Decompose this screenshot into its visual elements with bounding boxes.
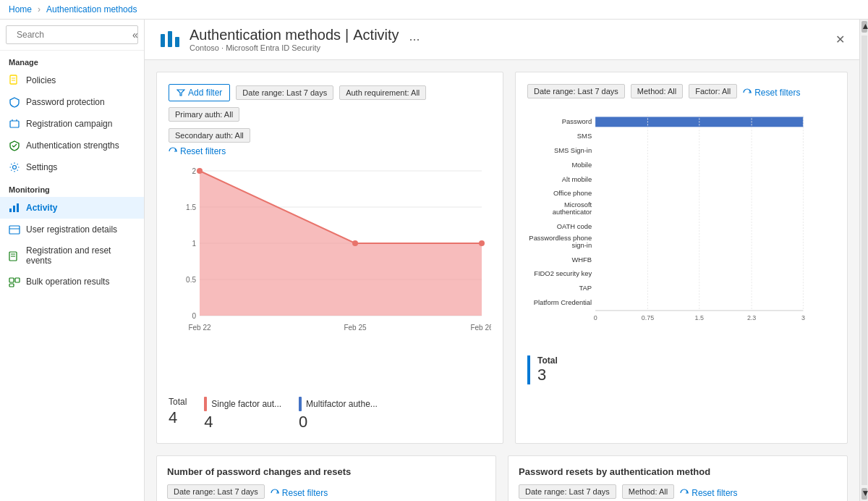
filter-tag-primary[interactable]: Primary auth: All [169,107,239,122]
sidebar-item-settings[interactable]: Settings [0,156,144,178]
svg-text:FIDO2 security key: FIDO2 security key [534,269,592,277]
sidebar-item-activity[interactable]: Activity [0,197,144,219]
bottom-right-reset[interactable]: Reset filters [680,488,737,498]
svg-text:1: 1 [192,240,196,248]
content-scroll: Add filter Date range: Last 7 days Auth … [145,60,859,501]
svg-text:sign-in: sign-in [571,241,592,249]
charts-row: Add filter Date range: Last 7 days Auth … [156,72,848,444]
svg-text:WHFB: WHFB [571,256,592,264]
svg-text:TAP: TAP [579,284,592,292]
sidebar-item-bulk-ops[interactable]: Bulk operation results [0,271,144,292]
breadcrumb-section[interactable]: Authentication methods [46,4,137,14]
user-reg-icon [9,224,20,235]
bottom-row: Number of password changes and resets Da… [156,455,848,501]
svg-rect-17 [9,278,14,282]
single-factor-color-bar [204,397,207,411]
svg-text:Platform Credential: Platform Credential [534,298,592,306]
bottom-right-method-filter[interactable]: Method: All [622,484,674,499]
scrollbar-up-arrow[interactable]: ▲ [861,21,867,33]
reset-filters-link[interactable]: Reset filters [169,146,491,156]
svg-text:OATH code: OATH code [557,222,592,230]
svg-text:1.5: 1.5 [186,203,196,211]
filter-icon [176,88,185,97]
sidebar-item-policies[interactable]: Policies [0,70,144,91]
filter-bar: Add filter Date range: Last 7 days Auth … [169,84,491,122]
bottom-right-date-filter[interactable]: Date range: Last 7 days [519,484,616,499]
sidebar-item-reg-reset[interactable]: Registration and reset events [0,240,144,271]
password-changes-title: Number of password changes and resets [167,466,485,477]
sidebar-item-policies-label: Policies [26,75,56,85]
bottom-left-reset-icon [271,489,279,497]
close-button[interactable]: ✕ [835,33,845,46]
single-factor-text: Single factor aut... [211,399,281,409]
breadcrumb-home[interactable]: Home [9,4,32,14]
multi-factor-label: Multifactor authe... [299,397,378,411]
filter-tag-date[interactable]: Date range: Last 7 days [236,85,333,100]
sidebar-item-registration-campaign[interactable]: Registration campaign [0,113,144,135]
svg-text:0.75: 0.75 [642,314,654,321]
ellipsis-button[interactable]: ··· [409,32,420,47]
svg-text:0: 0 [192,312,196,320]
campaign-icon [9,118,20,130]
sidebar-item-reg-campaign-label: Registration campaign [26,119,112,129]
sidebar-item-password-protection[interactable]: Password protection [0,91,144,113]
bar-filter-date[interactable]: Date range: Last 7 days [527,84,625,98]
bar-filter-factor[interactable]: Factor: All [689,84,737,98]
svg-text:Feb 22: Feb 22 [188,324,211,332]
svg-text:Alt mobile: Alt mobile [562,175,592,183]
bar-chart-card: Date range: Last 7 days Method: All Fact… [515,72,848,444]
sidebar-item-user-reg-label: User registration details [26,224,117,235]
password-resets-card: Password resets by authentication method… [508,455,848,501]
bar-filter-method[interactable]: Method: All [631,84,683,98]
bottom-left-reset[interactable]: Reset filters [271,488,328,498]
bottom-left-date-filter[interactable]: Date range: Last 7 days [167,484,265,499]
reset-icon [169,147,177,156]
sidebar-item-auth-strengths[interactable]: Authentication strengths [0,135,144,156]
strength-icon [9,140,20,151]
totals-row: Total 4 Single factor aut... 4 [169,397,491,431]
search-box[interactable]: « [6,25,138,44]
filter-tag-auth-req[interactable]: Auth requirement: All [339,85,426,100]
page-title-block: Authentication methods | Activity Contos… [190,27,399,52]
bottom-right-reset-icon [680,489,689,497]
sidebar-item-auth-strengths-label: Authentication strengths [26,140,119,151]
sidebar-item-settings-label: Settings [26,162,57,172]
total-item-single: Single factor aut... 4 [204,397,281,431]
single-factor-value: 4 [204,413,281,431]
bar-total-label: Total [537,355,835,366]
bar-total-value: 3 [537,366,835,384]
policy-icon [9,75,20,86]
svg-rect-5 [10,121,19,127]
svg-text:1.5: 1.5 [695,314,704,321]
filter-tag-secondary[interactable]: Secondary auth: All [169,128,250,143]
scrollbar[interactable]: ▲ ▼ [859,20,868,501]
reset-filters-label: Reset filters [180,146,226,156]
svg-rect-9 [9,209,12,212]
scrollbar-down-arrow[interactable]: ▼ [861,488,867,500]
sidebar-item-user-registration[interactable]: User registration details [0,219,144,240]
search-input[interactable] [17,30,125,40]
sidebar-item-bulk-ops-label: Bulk operation results [26,277,109,287]
bar-reset-filters[interactable]: Reset filters [743,88,800,98]
collapse-button[interactable]: « [129,29,141,41]
total-label: Total [169,397,187,407]
manage-section-title: Manage [0,51,144,70]
svg-text:Office phone: Office phone [553,189,592,197]
reg-reset-icon [9,250,20,261]
svg-rect-20 [161,34,165,47]
page-header-icon [159,28,182,51]
bottom-left-reset-label: Reset filters [282,488,328,498]
svg-point-34 [197,168,203,174]
search-container: « [0,20,144,51]
bulk-ops-icon [9,276,20,287]
bar-chart-svg: Password SMS SMS Sign-in Mobile Alt mobi… [527,107,835,346]
password-resets-title: Password resets by authentication method [519,466,837,477]
multi-factor-color-bar [299,397,302,411]
svg-point-35 [352,240,358,246]
bottom-right-reset-label: Reset filters [692,488,737,498]
page-subtitle: Contoso · Microsoft Entra ID Security [190,43,399,52]
multi-factor-text: Multifactor authe... [306,399,378,409]
svg-text:3: 3 [801,314,805,321]
scrollbar-track [861,35,867,485]
add-filter-button[interactable]: Add filter [169,84,230,101]
